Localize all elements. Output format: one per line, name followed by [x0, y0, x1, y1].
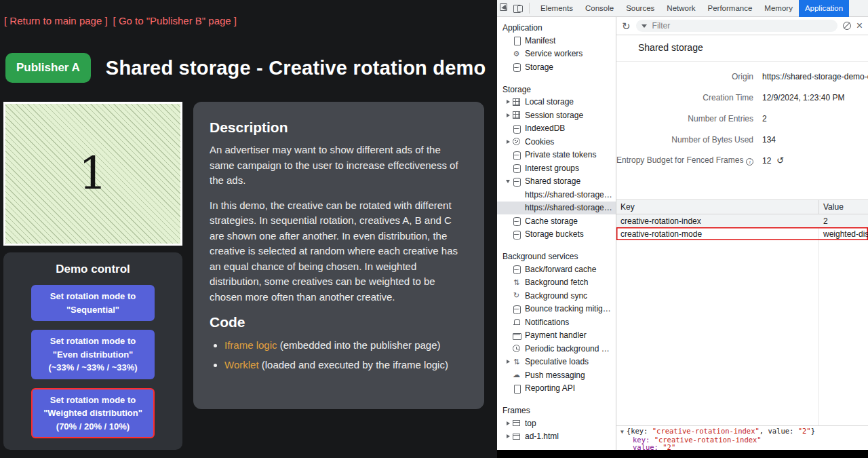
expand-icon[interactable] [504, 421, 512, 425]
sidebar-item-back-forward-cache[interactable]: Back/forward cache [497, 263, 616, 276]
clock-icon [512, 344, 521, 353]
sidebar-item-background-fetch[interactable]: ⇅Background fetch [497, 276, 616, 290]
button-line: Set rotation mode to [34, 290, 152, 303]
sidebar-item-manifest[interactable]: Manifest [497, 34, 616, 47]
tab-application[interactable]: Application [799, 0, 849, 17]
meta-label: Number of Bytes Used [616, 135, 753, 145]
creative-ad-iframe[interactable]: 1 [3, 102, 182, 246]
table-row-creative-rotation-mode[interactable]: creative-rotation-mode weighted-dist [616, 227, 868, 240]
sidebar-item-background-sync[interactable]: ↻Background sync [497, 289, 616, 303]
sidebar-item-cookies[interactable]: Cookies [497, 135, 616, 149]
sidebar-item-local-storage[interactable]: Local storage [497, 96, 616, 109]
sidebar-item-speculative-loads[interactable]: ⇅Speculative loads [497, 356, 616, 369]
devtools-toolbar-icons [497, 3, 534, 14]
sidebar-item-frame-ad-1[interactable]: ad-1.html [497, 430, 616, 444]
sidebar-item-storage-buckets[interactable]: Storage buckets [497, 228, 616, 242]
application-panel: Application Manifest ⚙Service workers St… [497, 17, 868, 450]
delete-all-icon[interactable] [843, 22, 851, 30]
devtools-window: Elements Console Sources Network Perform… [497, 0, 868, 458]
expand-icon[interactable] [504, 140, 512, 144]
tab-performance[interactable]: Performance [702, 0, 759, 17]
expand-icon[interactable] [504, 113, 512, 117]
sidebar-item-frame-top[interactable]: top [497, 417, 616, 430]
publisher-page: [ Return to main page ] [ Go to "Publish… [0, 0, 497, 458]
expand-icon[interactable] [504, 100, 512, 104]
button-line: Set rotation mode to [35, 394, 151, 407]
column-header-key[interactable]: Key [616, 200, 819, 214]
up-down-arrows-icon: ⇅ [512, 358, 521, 366]
button-line: (70% / 20% / 10%) [35, 420, 151, 434]
inspect-element-icon[interactable] [500, 3, 509, 13]
sidebar-item-notifications[interactable]: Notifications [497, 316, 616, 329]
demo-control-title: Demo control [3, 263, 182, 276]
database-icon [512, 62, 521, 71]
worklet-link[interactable]: Worklet [224, 359, 259, 370]
sidebar-item-shared-storage[interactable]: Shared storage [497, 175, 616, 189]
publisher-b-page-link[interactable]: [ Go to "Publisher B" page ] [113, 15, 237, 26]
description-paragraph-2: In this demo, the creative can be rotate… [210, 198, 468, 305]
sidebar-item-cache-storage[interactable]: Cache storage [497, 214, 616, 228]
sidebar-item-interest-groups[interactable]: Interest groups [497, 161, 616, 175]
sidebar-section-background-services[interactable]: Background services [497, 250, 616, 263]
sidebar-section-application[interactable]: Application [497, 21, 616, 34]
code-heading: Code [210, 314, 468, 330]
frame-icon [512, 419, 521, 427]
expand-icon[interactable] [504, 360, 512, 364]
panel-toolbar: ↻ × [616, 17, 868, 35]
filter-box[interactable] [636, 20, 837, 32]
sidebar-section-storage[interactable]: Storage [497, 83, 616, 96]
device-toolbar-icon[interactable] [513, 3, 523, 13]
gear-icon: ⚙ [512, 50, 521, 58]
collapse-icon[interactable] [504, 180, 512, 183]
sidebar-item-storage[interactable]: Storage [497, 60, 616, 74]
sidebar-item-payment-handler[interactable]: Payment handler [497, 329, 616, 343]
cell-key: creative-rotation-index [616, 216, 819, 226]
cell-key: creative-rotation-mode [616, 229, 819, 239]
return-main-page-link[interactable]: [ Return to main page ] [4, 15, 108, 26]
button-line: Set rotation mode to [34, 335, 152, 348]
reset-budget-icon[interactable]: ↺ [776, 156, 784, 165]
tab-memory[interactable]: Memory [758, 0, 799, 17]
sidebar-item-reporting-api[interactable]: Reporting API [497, 382, 616, 396]
close-icon[interactable]: × [856, 20, 863, 31]
page-header: Publisher A Shared storage - Creative ro… [5, 53, 486, 83]
sidebar-item-private-state-tokens[interactable]: Private state tokens [497, 149, 616, 162]
description-panel: Description An advertiser may want to sh… [193, 102, 484, 409]
sidebar-item-service-workers[interactable]: ⚙Service workers [497, 47, 616, 61]
set-sequential-mode-button[interactable]: Set rotation mode to "Sequential" [31, 285, 155, 321]
filter-input[interactable] [651, 20, 832, 31]
meta-value: https://shared-storage-demo-co [762, 72, 868, 81]
sidebar-item-indexeddb[interactable]: IndexedDB [497, 122, 616, 136]
creative-number: 1 [79, 151, 107, 196]
divider [529, 3, 530, 14]
database-icon [512, 216, 521, 225]
iframe-logic-link[interactable]: Iframe logic [224, 339, 277, 351]
column-header-value[interactable]: Value [819, 200, 868, 214]
tab-network[interactable]: Network [660, 0, 701, 17]
tab-console[interactable]: Console [579, 0, 620, 17]
database-icon [512, 305, 521, 313]
info-icon[interactable]: i [746, 158, 753, 166]
sidebar-item-shared-storage-origin-1[interactable]: https://shared-storage-d… [497, 188, 616, 202]
up-down-arrows-icon: ⇅ [512, 278, 521, 287]
meta-row-origin: Origin https://shared-storage-demo-co [616, 66, 868, 87]
sidebar-item-session-storage[interactable]: Session storage [497, 109, 616, 122]
sidebar-item-periodic-background-sync[interactable]: Periodic background s… [497, 342, 616, 356]
bottom-strip [497, 450, 868, 458]
caret-down-icon[interactable]: ▼ [620, 429, 624, 435]
table-row-creative-rotation-index[interactable]: creative-rotation-index 2 [616, 214, 868, 227]
sidebar-item-bounce-tracking-mitigations[interactable]: Bounce tracking mitiga… [497, 303, 616, 316]
set-even-distribution-mode-button[interactable]: Set rotation mode to "Even distribution"… [31, 330, 155, 379]
refresh-icon[interactable]: ↻ [622, 21, 631, 31]
sidebar-item-push-messaging[interactable]: ☁Push messaging [497, 368, 616, 382]
sidebar-item-shared-storage-origin-2[interactable]: https://shared-storage-d… [497, 202, 616, 215]
expand-icon[interactable] [504, 434, 512, 438]
meta-label: Origin [616, 72, 753, 81]
table-icon [512, 98, 521, 107]
meta-label: Number of Entries [616, 114, 753, 123]
set-weighted-distribution-mode-button[interactable]: Set rotation mode to "Weighted distribut… [31, 388, 155, 439]
sync-icon: ↻ [512, 291, 521, 300]
tab-elements[interactable]: Elements [534, 0, 579, 17]
tab-sources[interactable]: Sources [620, 0, 660, 17]
sidebar-section-frames[interactable]: Frames [497, 404, 616, 417]
